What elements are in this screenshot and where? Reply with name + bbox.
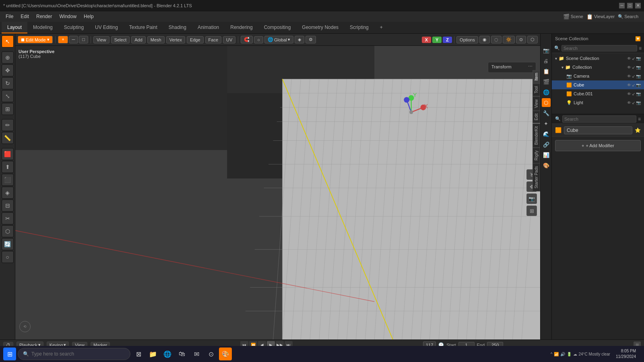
collection-viewport[interactable]: 👁 bbox=[627, 65, 631, 70]
options-menu[interactable]: Options bbox=[456, 36, 478, 43]
knife-tool[interactable]: ✂ bbox=[2, 212, 14, 224]
restrict-viewport[interactable]: 👁 bbox=[627, 56, 631, 61]
cube001-render[interactable]: 📷 bbox=[636, 92, 641, 96]
face-menu[interactable]: Face bbox=[205, 36, 221, 43]
tab-add[interactable]: + bbox=[374, 22, 388, 33]
viewport-canvas[interactable]: Y X User Perspective (117) Cube bbox=[15, 46, 540, 339]
vertex-mode-btn[interactable]: ⚬ bbox=[58, 36, 68, 43]
object-fake-user-icon[interactable]: ⭐ bbox=[635, 128, 641, 133]
maximize-button[interactable]: □ bbox=[627, 3, 633, 8]
viewport-shading-wire[interactable]: ◌ bbox=[491, 36, 502, 43]
n-panel-view[interactable]: View bbox=[533, 97, 540, 111]
global-search-header[interactable]: 🔍Search bbox=[618, 14, 638, 19]
select-tool[interactable]: ↖ bbox=[2, 35, 14, 47]
orbit-circle[interactable]: ⟲ bbox=[19, 321, 31, 332]
tab-sculpting[interactable]: Sculpting bbox=[58, 22, 89, 33]
tab-scripting[interactable]: Scripting bbox=[344, 22, 374, 33]
camera-select[interactable]: ↙ bbox=[632, 74, 635, 78]
restrict-select[interactable]: ↙ bbox=[632, 56, 635, 61]
select-menu[interactable]: Select bbox=[111, 36, 130, 43]
transform-global[interactable]: 🌐 Global ▾ bbox=[264, 36, 293, 43]
minimize-button[interactable]: ─ bbox=[619, 3, 625, 8]
light-render[interactable]: 📷 bbox=[636, 101, 641, 105]
start-button[interactable]: ⊞ bbox=[3, 348, 16, 360]
outliner-filter-icon[interactable]: 🔽 bbox=[635, 36, 641, 41]
prop-world[interactable]: 🌐 bbox=[542, 88, 551, 97]
loop-cut-tool[interactable]: ⊟ bbox=[2, 200, 14, 212]
props-filter-icon[interactable]: ≡ bbox=[638, 116, 641, 122]
prop-modifiers[interactable]: 🔧 bbox=[542, 109, 551, 117]
transform-pivot[interactable]: ◈ bbox=[295, 36, 304, 43]
uv-menu[interactable]: UV bbox=[223, 36, 235, 43]
camera-viewport[interactable]: 👁 bbox=[627, 74, 631, 78]
tab-texture-paint[interactable]: Texture Paint bbox=[124, 22, 163, 33]
menu-file[interactable]: File bbox=[2, 13, 17, 20]
rotate-tool[interactable]: ↻ bbox=[2, 77, 14, 89]
camera-render[interactable]: 📷 bbox=[636, 74, 641, 78]
bevel-tool[interactable]: ◈ bbox=[2, 187, 14, 199]
menu-window[interactable]: Window bbox=[56, 13, 80, 20]
cube-viewport[interactable]: 👁 bbox=[627, 83, 631, 87]
prop-particles[interactable]: ✦ bbox=[542, 119, 551, 128]
taskbar-chrome[interactable]: ⊙ bbox=[204, 348, 217, 360]
tree-cube[interactable]: 🟧 Cube 👁 ↙ 📷 bbox=[552, 80, 644, 89]
system-clock[interactable]: 8:05 PM 11/29/2024 bbox=[616, 348, 636, 360]
weather-widget[interactable]: ☁ 24°C Mostly clear bbox=[573, 352, 610, 356]
inset-tool[interactable]: ⬛ bbox=[2, 174, 14, 186]
taskbar-search-input[interactable] bbox=[31, 351, 125, 357]
tab-rendering[interactable]: Rendering bbox=[225, 22, 258, 33]
polyline-tool[interactable]: ⬡ bbox=[2, 225, 14, 237]
add-menu[interactable]: Add bbox=[131, 36, 146, 43]
restrict-render[interactable]: 📷 bbox=[636, 56, 641, 61]
prop-data[interactable]: 📊 bbox=[542, 150, 551, 159]
snap-settings[interactable]: ⚙ bbox=[305, 36, 316, 43]
smooth-tool[interactable]: ○ bbox=[2, 251, 14, 263]
n-panel-edit[interactable]: Edit bbox=[533, 111, 540, 123]
prop-render[interactable]: 📷 bbox=[542, 46, 551, 55]
n-panel-item[interactable]: Item bbox=[533, 70, 540, 83]
show-hidden-icon[interactable]: ^ bbox=[551, 352, 553, 356]
tab-layout[interactable]: Layout bbox=[2, 22, 27, 33]
cursor-tool[interactable]: ⊕ bbox=[2, 51, 14, 64]
properties-search-input[interactable] bbox=[562, 115, 636, 123]
edit-mode-selector[interactable]: ◼ Edit Mode ▾ bbox=[18, 36, 53, 43]
taskbar-blender[interactable]: 🎨 bbox=[219, 348, 232, 360]
z-axis-btn[interactable]: Z bbox=[443, 37, 452, 43]
cube001-viewport[interactable]: 👁 bbox=[627, 92, 631, 96]
show-desktop-btn[interactable] bbox=[638, 346, 641, 362]
snap-toggle[interactable]: 🧲 bbox=[241, 36, 253, 43]
n-panel-rigify[interactable]: Rigify bbox=[533, 148, 540, 163]
view-layer-selector[interactable]: 📋ViewLayer bbox=[586, 14, 615, 20]
view-menu[interactable]: View bbox=[93, 36, 109, 43]
network-icon[interactable]: 📶 bbox=[554, 352, 559, 356]
tree-scene-collection[interactable]: ▾ 📁 Scene Collection 👁 ↙ 📷 bbox=[552, 54, 644, 63]
scale-tool[interactable]: ⤡ bbox=[2, 90, 14, 102]
prop-scene[interactable]: 🎬 bbox=[542, 77, 551, 86]
tree-camera[interactable]: 📷 Camera 👁 ↙ 📷 bbox=[552, 72, 644, 80]
tree-cube-001[interactable]: 🟧 Cube.001 👁 ↙ 📷 bbox=[552, 89, 644, 98]
collection-render[interactable]: 📷 bbox=[636, 65, 641, 70]
edge-mode-btn[interactable]: ─ bbox=[69, 36, 78, 43]
y-axis-btn[interactable]: Y bbox=[432, 37, 442, 43]
tab-animation[interactable]: Animation bbox=[192, 22, 225, 33]
tab-geometry-nodes[interactable]: Geometry Nodes bbox=[296, 22, 344, 33]
transform-tool[interactable]: ⊞ bbox=[2, 103, 14, 115]
prop-output[interactable]: 🖨 bbox=[542, 56, 551, 65]
prop-object[interactable]: ⬡ bbox=[542, 98, 551, 107]
taskbar-file-explorer[interactable]: 📁 bbox=[147, 348, 159, 360]
move-tool[interactable]: ✥ bbox=[2, 64, 14, 76]
viewport-shading-solid[interactable]: ◉ bbox=[479, 36, 490, 43]
grid-icon[interactable]: ⊞ bbox=[526, 206, 537, 216]
tab-compositing[interactable]: Compositing bbox=[258, 22, 297, 33]
light-select[interactable]: ↙ bbox=[632, 101, 635, 105]
filter-icon[interactable]: ≡ bbox=[639, 45, 642, 51]
menu-edit[interactable]: Edit bbox=[17, 13, 32, 20]
proportional-edit[interactable]: ○ bbox=[254, 36, 263, 43]
face-mode-btn[interactable]: □ bbox=[79, 36, 88, 43]
tree-collection[interactable]: ▾ 📁 Collection 👁 ↙ 📷 bbox=[552, 63, 644, 72]
light-viewport[interactable]: 👁 bbox=[627, 101, 631, 105]
prop-physics[interactable]: 🌊 bbox=[542, 130, 551, 138]
taskbar-task-view[interactable]: ⊠ bbox=[132, 348, 145, 360]
edge-menu[interactable]: Edge bbox=[187, 36, 204, 43]
n-panel-tool[interactable]: Tool bbox=[533, 83, 540, 96]
